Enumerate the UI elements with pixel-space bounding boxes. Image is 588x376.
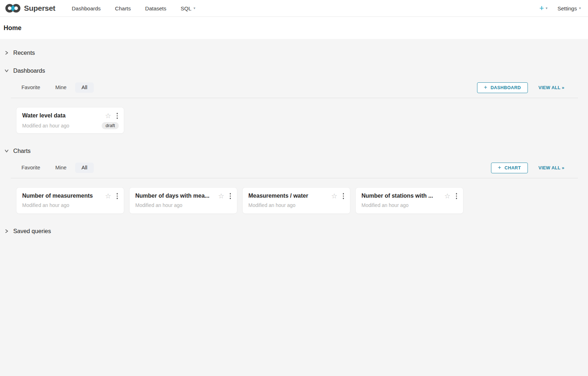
settings-label: Settings — [558, 5, 577, 11]
nav-sql-label: SQL — [181, 5, 191, 11]
chart-card: Number of days with mea... ☆ Modified an… — [129, 187, 237, 214]
page-header: Home — [0, 17, 588, 39]
superset-logo[interactable]: Superset — [5, 4, 55, 13]
favorite-star-icon[interactable]: ☆ — [105, 112, 111, 119]
settings-menu[interactable]: Settings ▾ — [558, 5, 581, 11]
kebab-menu-icon[interactable] — [342, 192, 345, 200]
charts-cards-row: Number of measurements ☆ Modified an hou… — [16, 187, 588, 214]
section-toggle-dashboards[interactable]: Dashboards — [4, 66, 588, 75]
caret-down-icon: ▾ — [546, 6, 548, 10]
charts-controls-right: + CHART VIEW ALL » — [491, 163, 578, 173]
modified-timestamp: Modified an hour ago — [22, 202, 69, 208]
favorite-star-icon[interactable]: ☆ — [218, 193, 224, 199]
new-chart-button-label: CHART — [505, 165, 521, 170]
chart-card-title[interactable]: Measurements / water — [248, 193, 328, 199]
chart-card-title[interactable]: Number of days with mea... — [135, 193, 215, 199]
chart-card: Measurements / water ☆ Modified an hour … — [242, 187, 350, 214]
modified-timestamp: Modified an hour ago — [361, 202, 409, 208]
nav-datasets[interactable]: Datasets — [138, 5, 174, 11]
section-title-dashboards: Dashboards — [13, 67, 45, 74]
tab-all[interactable]: All — [75, 163, 94, 173]
tab-mine[interactable]: Mine — [55, 82, 66, 93]
tab-all[interactable]: All — [75, 82, 94, 93]
modified-timestamp: Modified an hour ago — [22, 123, 69, 129]
dashboards-filter-tabs: Favorite Mine All — [21, 82, 87, 93]
modified-timestamp: Modified an hour ago — [135, 202, 183, 208]
status-badge: draft — [102, 122, 119, 130]
plus-icon: + — [498, 165, 501, 170]
section-title-charts: Charts — [13, 148, 31, 154]
superset-infinity-icon — [5, 4, 21, 13]
charts-filter-tabs: Favorite Mine All — [21, 163, 87, 173]
dashboard-card: Water level data ☆ Modified an hour ago … — [16, 107, 124, 134]
chevron-right-icon — [4, 229, 9, 233]
caret-down-icon: ▾ — [579, 6, 581, 10]
caret-down-icon: ▾ — [194, 6, 195, 10]
dashboards-cards-row: Water level data ☆ Modified an hour ago … — [16, 107, 588, 134]
tab-favorite[interactable]: Favorite — [21, 82, 40, 93]
main-nav: Dashboards Charts Datasets SQL ▾ — [64, 5, 202, 11]
dashboards-controls-right: + DASHBOARD VIEW ALL » — [477, 82, 578, 93]
favorite-star-icon[interactable]: ☆ — [444, 193, 450, 199]
page-title: Home — [4, 24, 21, 32]
favorite-star-icon[interactable]: ☆ — [331, 193, 337, 199]
nav-sql[interactable]: SQL ▾ — [174, 5, 203, 11]
nav-charts[interactable]: Charts — [108, 5, 138, 11]
chart-card-title[interactable]: Number of stations with ... — [361, 193, 441, 199]
favorite-star-icon[interactable]: ☆ — [105, 193, 111, 199]
chart-card: Number of stations with ... ☆ Modified a… — [355, 187, 463, 214]
top-navbar: Superset Dashboards Charts Datasets SQL … — [0, 0, 588, 17]
new-dashboard-button[interactable]: + DASHBOARD — [477, 82, 528, 93]
plus-icon: + — [539, 4, 544, 12]
navbar-right: + ▾ Settings ▾ — [539, 4, 584, 12]
tab-mine[interactable]: Mine — [55, 163, 66, 173]
nav-dashboards[interactable]: Dashboards — [64, 5, 108, 11]
dashboards-view-all-link[interactable]: VIEW ALL » — [539, 85, 564, 90]
plus-icon: + — [484, 85, 487, 90]
dashboard-card-title[interactable]: Water level data — [22, 112, 102, 119]
charts-view-all-link[interactable]: VIEW ALL » — [539, 165, 564, 170]
kebab-menu-icon[interactable] — [116, 192, 119, 200]
section-title-saved-queries: Saved queries — [13, 228, 51, 235]
chevron-down-icon — [4, 149, 9, 153]
tab-favorite[interactable]: Favorite — [21, 163, 40, 173]
new-item-dropdown[interactable]: + ▾ — [539, 4, 548, 12]
kebab-menu-icon[interactable] — [116, 112, 119, 120]
section-title-recents: Recents — [13, 49, 35, 56]
section-toggle-recents[interactable]: Recents — [4, 48, 588, 57]
dashboards-controls-row: Favorite Mine All + DASHBOARD VIEW ALL » — [11, 82, 578, 98]
brand-name: Superset — [24, 4, 55, 13]
chevron-right-icon — [4, 50, 9, 55]
chart-card-title[interactable]: Number of measurements — [22, 193, 102, 199]
kebab-menu-icon[interactable] — [455, 192, 458, 200]
chart-card: Number of measurements ☆ Modified an hou… — [16, 187, 124, 214]
section-toggle-charts[interactable]: Charts — [4, 146, 588, 155]
new-chart-button[interactable]: + CHART — [491, 163, 528, 173]
modified-timestamp: Modified an hour ago — [248, 202, 296, 208]
new-dashboard-button-label: DASHBOARD — [491, 85, 521, 90]
section-toggle-saved-queries[interactable]: Saved queries — [4, 227, 588, 235]
charts-controls-row: Favorite Mine All + CHART VIEW ALL » — [11, 162, 578, 178]
kebab-menu-icon[interactable] — [229, 192, 232, 200]
chevron-down-icon — [4, 68, 9, 73]
